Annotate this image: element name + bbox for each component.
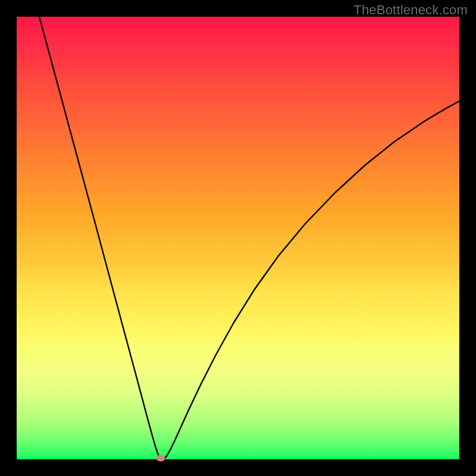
watermark-text: TheBottleneck.com	[353, 2, 468, 18]
min-point-marker	[156, 455, 165, 462]
bottleneck-curve	[17, 17, 459, 459]
